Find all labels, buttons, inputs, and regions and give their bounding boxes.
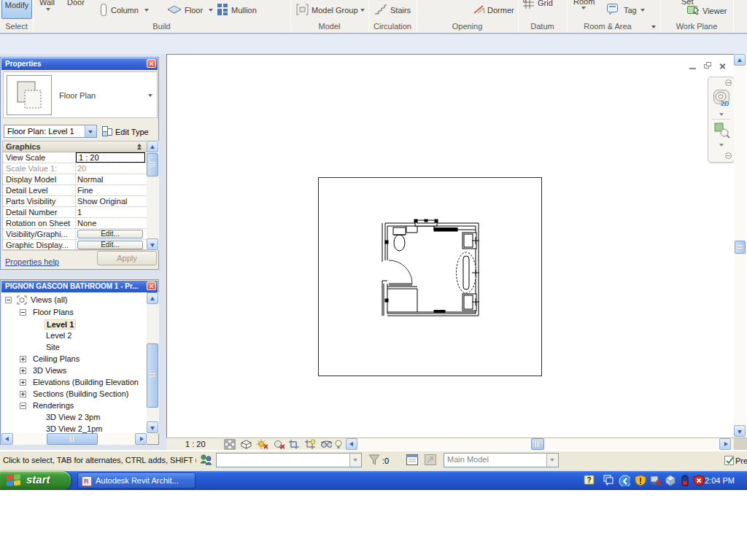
project-browser-titlebar[interactable]: PIGNON GASCON BATHROOM 1 - Pr... [1,281,158,292]
tag-dropdown-icon[interactable] [640,9,645,12]
edit-type-button[interactable]: Edit Type [115,128,149,136]
zoom-tool-icon[interactable] [714,122,730,139]
window-tray-icon[interactable] [603,475,614,486]
scrollbar-thumb[interactable] [147,343,158,408]
type-selector-combo-arrow[interactable] [85,125,96,137]
prop-row-view-scale[interactable]: View Scale 1 : 20 [3,152,147,163]
visibility-edit-button[interactable]: Edit... [77,230,143,238]
sun-path-off-icon[interactable] [256,439,268,450]
collapse-icon[interactable] [20,402,26,409]
room-dropdown-icon[interactable] [581,7,586,9]
security-center-shield-icon[interactable] [693,475,705,486]
scroll-down-button[interactable] [147,421,158,433]
detail-level-icon[interactable] [224,439,236,450]
show-crop-region-icon[interactable] [304,439,316,450]
column-dropdown-icon[interactable] [144,9,149,12]
view-close-button[interactable] [718,62,727,70]
room-area-panel-dropdown-icon[interactable] [651,26,656,28]
tag-button[interactable]: Tag [624,6,637,15]
apply-button[interactable]: Apply [97,251,157,265]
project-browser-close-button[interactable] [147,281,156,290]
view-scale-input[interactable]: 1 : 20 [76,152,145,163]
type-dropdown-icon[interactable] [148,94,152,97]
design-options-icon[interactable] [424,454,438,467]
collapse-section-icon[interactable] [137,144,142,149]
floor-button[interactable]: Floor [185,6,203,15]
model-group-dropdown-icon[interactable] [360,9,365,12]
scroll-right-button[interactable] [719,438,731,450]
expand-icon[interactable] [20,391,26,397]
zoom-dropdown-icon[interactable] [719,144,724,147]
graphic-display-edit-button[interactable]: Edit... [77,241,143,249]
drawing-area[interactable]: 2D [166,54,734,438]
type-selector-combo[interactable]: Floor Plan: Level 1 [4,125,97,138]
security-alert-shield-icon[interactable] [635,475,646,486]
scroll-up-button[interactable] [147,292,158,304]
canvas-hscrollbar[interactable] [346,438,732,450]
properties-close-button[interactable] [147,59,156,68]
wall-dropdown-icon[interactable] [46,8,50,11]
prop-row-rotation[interactable]: Rotation on Sheet None [3,218,147,229]
editable-only-icon[interactable] [406,454,419,467]
design-option-combo[interactable]: Main Model [444,453,559,467]
worksets-combo[interactable] [216,453,362,467]
prop-row-visibility-graphics[interactable]: Visibility/Graphi... Edit... [3,229,147,240]
modify-button[interactable]: Modify [1,0,32,19]
prop-row-graphic-display[interactable]: Graphic Display... Edit... [3,240,147,251]
crop-view-icon[interactable] [288,439,300,450]
scrollbar-thumb[interactable] [735,241,746,254]
scrollbar-thumb[interactable] [47,433,98,445]
scroll-down-button[interactable] [734,425,746,437]
scrollbar-thumb[interactable] [147,153,158,176]
expand-icon[interactable] [20,379,26,386]
floor-dropdown-icon[interactable] [209,9,213,12]
dormer-button[interactable]: Dormer [487,6,514,15]
prop-row-detail-number[interactable]: Detail Number 1 [3,207,147,218]
expand-icon[interactable] [20,356,26,362]
type-selector[interactable]: Floor Plan [3,71,158,118]
scroll-left-button[interactable] [346,438,357,450]
properties-scrollbar[interactable] [147,141,159,250]
model-group-button[interactable]: Model Group [311,6,358,15]
task-button-revit[interactable]: R Autodesk Revit Archit... [77,472,196,489]
mullion-button[interactable]: Mullion [231,6,257,15]
scroll-right-button[interactable] [135,433,147,445]
visual-style-icon[interactable] [240,439,252,450]
temporary-hide-isolate-icon[interactable] [320,439,332,450]
collapse-icon[interactable] [20,309,26,316]
properties-titlebar[interactable]: Properties [1,58,158,70]
tree-item-elevations[interactable]: Elevations (Building Elevation [1,378,146,388]
filter-icon[interactable] [368,454,380,466]
project-browser-vscrollbar[interactable] [147,292,159,433]
start-button[interactable]: start [0,471,71,490]
hidden-icons-chevron[interactable] [619,475,630,486]
project-browser-hscrollbar[interactable] [1,433,147,445]
graphics-section-header[interactable]: Graphics [3,141,147,152]
help-tray-icon[interactable]: ? [584,475,595,486]
press-drag-checkbox[interactable] [724,456,734,465]
grid-button[interactable]: Grid [538,0,553,7]
stairs-button[interactable]: Stairs [390,6,411,15]
scroll-up-button[interactable] [147,141,158,152]
worksets-combo-arrow[interactable] [349,454,361,467]
battery-tray-icon[interactable] [679,475,691,486]
collapse-icon[interactable] [5,297,12,303]
navbar-collapse-icon[interactable] [725,152,732,159]
properties-help-link[interactable]: Properties help [5,257,59,266]
prop-row-display-model[interactable]: Display Model Normal [3,174,147,185]
room-button[interactable]: Room [573,0,595,6]
scroll-left-button[interactable] [1,433,13,445]
view-minimize-button[interactable] [689,62,698,70]
worksets-icon[interactable] [198,453,213,467]
reveal-hidden-icon[interactable] [334,439,346,450]
design-option-combo-arrow[interactable] [546,454,558,467]
scroll-up-button[interactable] [734,54,746,66]
network-disconnected-icon[interactable] [650,475,662,486]
shadows-off-icon[interactable] [273,439,285,450]
column-button[interactable]: Column [111,6,139,15]
door-button[interactable]: Door [67,0,85,7]
view-restore-button[interactable] [703,62,713,70]
scroll-down-button[interactable] [147,238,158,250]
viewer-button[interactable]: Viewer [703,7,727,15]
wall-button[interactable]: Wall [39,0,55,7]
